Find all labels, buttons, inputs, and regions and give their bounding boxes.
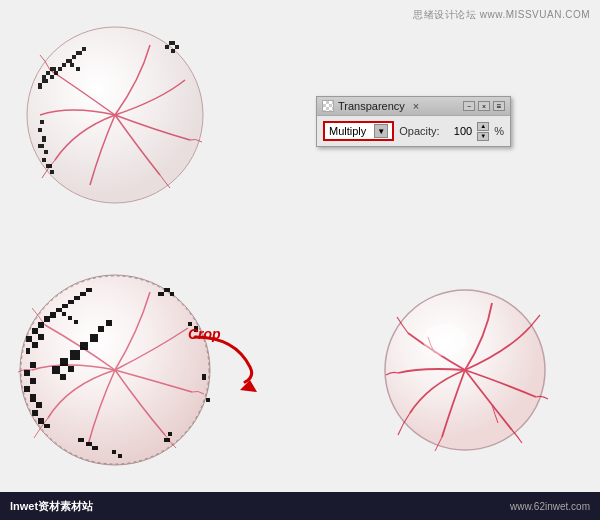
svg-rect-54 xyxy=(106,320,112,326)
panel-window-controls: − × ≡ xyxy=(463,101,505,111)
opacity-stepper[interactable]: ▲ ▼ xyxy=(477,122,489,141)
menu-button[interactable]: ≡ xyxy=(493,101,505,111)
svg-rect-33 xyxy=(38,334,44,340)
svg-rect-48 xyxy=(60,358,68,366)
svg-rect-16 xyxy=(40,120,44,124)
svg-rect-45 xyxy=(74,320,78,324)
svg-rect-7 xyxy=(54,71,58,75)
svg-marker-81 xyxy=(240,380,257,392)
opacity-label: Opacity: xyxy=(399,125,439,137)
svg-rect-12 xyxy=(76,51,82,55)
svg-rect-18 xyxy=(42,136,46,142)
panel-close-x[interactable]: × xyxy=(413,100,419,112)
svg-point-80 xyxy=(423,324,467,356)
svg-rect-63 xyxy=(44,424,50,428)
opacity-increase[interactable]: ▲ xyxy=(477,122,489,131)
svg-rect-37 xyxy=(56,308,62,312)
blend-mode-select[interactable]: Multiply ▼ xyxy=(323,121,394,141)
svg-rect-58 xyxy=(24,386,30,392)
opacity-decrease[interactable]: ▼ xyxy=(477,132,489,141)
svg-rect-27 xyxy=(171,49,175,53)
svg-rect-1 xyxy=(42,75,46,79)
svg-rect-29 xyxy=(38,322,44,328)
svg-rect-10 xyxy=(66,59,72,63)
blend-mode-value: Multiply xyxy=(329,125,366,137)
svg-rect-9 xyxy=(62,63,66,67)
svg-rect-55 xyxy=(30,362,36,368)
panel-body: Multiply ▼ Opacity: 100 ▲ ▼ % xyxy=(317,116,510,146)
blend-mode-arrow[interactable]: ▼ xyxy=(374,124,388,138)
svg-rect-65 xyxy=(92,446,98,450)
watermark-bottom-bar: lnwet资材素材站 www.62inwet.com xyxy=(0,492,600,520)
eyeball-top xyxy=(20,20,210,210)
svg-rect-40 xyxy=(74,296,80,300)
svg-rect-17 xyxy=(38,128,42,132)
transparency-panel: Transparency × − × ≡ Multiply ▼ Opacity:… xyxy=(316,96,511,147)
svg-rect-47 xyxy=(80,342,88,350)
svg-rect-26 xyxy=(175,45,179,49)
svg-rect-19 xyxy=(38,144,44,148)
svg-rect-69 xyxy=(170,292,174,296)
svg-rect-57 xyxy=(30,378,36,384)
svg-rect-34 xyxy=(26,336,32,342)
svg-rect-32 xyxy=(32,328,38,334)
svg-rect-52 xyxy=(90,334,98,342)
svg-rect-49 xyxy=(52,366,60,374)
svg-rect-53 xyxy=(98,326,104,332)
svg-rect-59 xyxy=(30,394,36,402)
svg-rect-6 xyxy=(50,75,54,79)
svg-rect-74 xyxy=(168,432,172,436)
svg-rect-23 xyxy=(50,170,54,174)
percent-sign: % xyxy=(494,125,504,137)
svg-rect-66 xyxy=(78,438,84,442)
svg-rect-2 xyxy=(46,71,50,75)
svg-rect-38 xyxy=(62,304,68,308)
svg-rect-22 xyxy=(46,164,52,168)
crop-arrow-icon xyxy=(185,332,265,392)
watermark-bottom-left-text: lnwet资材素材站 xyxy=(10,499,93,514)
svg-rect-56 xyxy=(24,370,30,376)
svg-rect-67 xyxy=(158,292,164,296)
svg-rect-46 xyxy=(70,350,80,360)
svg-rect-64 xyxy=(86,442,92,446)
svg-rect-11 xyxy=(72,55,76,59)
panel-title: Transparency xyxy=(338,100,405,112)
eyeball-bottom-right xyxy=(380,285,550,455)
transparency-icon xyxy=(322,100,334,112)
svg-rect-24 xyxy=(165,45,169,49)
svg-rect-13 xyxy=(82,47,86,51)
svg-rect-3 xyxy=(50,67,56,71)
svg-rect-39 xyxy=(68,300,74,304)
svg-rect-5 xyxy=(38,83,42,89)
svg-rect-75 xyxy=(164,438,170,442)
svg-rect-30 xyxy=(44,316,50,322)
svg-rect-36 xyxy=(26,348,30,354)
panel-title-group: Transparency × xyxy=(322,100,419,112)
opacity-value: 100 xyxy=(445,125,473,137)
watermark-bottom-right-text: www.62inwet.com xyxy=(510,501,590,512)
close-button[interactable]: × xyxy=(478,101,490,111)
panel-titlebar: Transparency × − × ≡ xyxy=(317,97,510,116)
svg-rect-20 xyxy=(44,150,48,154)
svg-rect-44 xyxy=(68,316,72,320)
svg-rect-60 xyxy=(36,402,42,408)
minimize-button[interactable]: − xyxy=(463,101,475,111)
svg-rect-14 xyxy=(70,63,74,67)
svg-rect-62 xyxy=(38,418,44,424)
svg-rect-15 xyxy=(76,67,80,71)
svg-rect-4 xyxy=(42,79,48,83)
svg-rect-21 xyxy=(42,158,46,162)
svg-rect-25 xyxy=(169,41,175,45)
svg-rect-42 xyxy=(86,288,92,292)
svg-rect-43 xyxy=(62,312,66,316)
svg-rect-76 xyxy=(112,450,116,454)
svg-rect-35 xyxy=(32,342,38,348)
svg-rect-51 xyxy=(68,366,74,372)
svg-rect-73 xyxy=(206,398,210,402)
svg-rect-41 xyxy=(80,292,86,296)
svg-rect-50 xyxy=(60,374,66,380)
svg-rect-8 xyxy=(58,67,62,71)
canvas-area: Crop xyxy=(0,0,600,492)
svg-rect-31 xyxy=(50,312,56,318)
svg-rect-77 xyxy=(118,454,122,458)
